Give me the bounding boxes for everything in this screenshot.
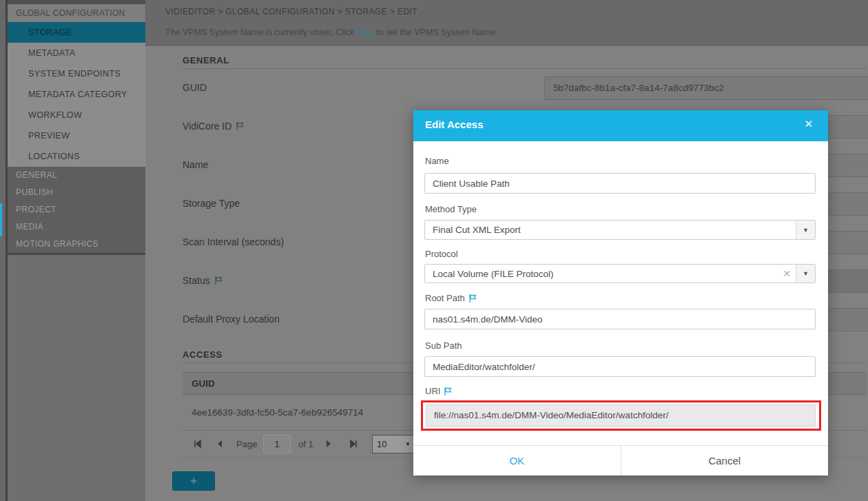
flag-icon — [235, 121, 245, 131]
clear-icon[interactable]: ✕ — [778, 268, 796, 279]
access-guid-column-header: GUID — [192, 378, 215, 389]
last-page-icon[interactable] — [349, 440, 358, 448]
left-accent-stripe — [0, 203, 2, 236]
flag-icon — [214, 276, 223, 285]
status-label: Status — [183, 275, 223, 286]
root-path-input[interactable] — [424, 309, 816, 329]
sidebar-item-media[interactable]: MEDIA — [8, 218, 145, 236]
uri-readonly-field: file://nas01.s4m.de/DMM-Video/MediaEdito… — [426, 405, 816, 427]
default-proxy-location-label: Default Proxy Location — [183, 314, 280, 325]
guid-label: GUID — [183, 82, 207, 93]
sidebar-item-general[interactable]: GENERAL — [8, 167, 145, 184]
page-size-value: 10 — [377, 436, 386, 453]
vpms-notice: The VPMS System Name is currently unset.… — [165, 28, 497, 37]
sidebar-item-workflow[interactable]: WORKFLOW — [8, 105, 145, 125]
previous-page-icon[interactable] — [216, 440, 224, 448]
uri-label: URI — [425, 386, 453, 396]
page-count-label: of 1 — [298, 439, 313, 449]
add-access-button[interactable]: + — [172, 471, 215, 491]
sidebar: GLOBAL CONFIGURATION STORAGE METADATA SY… — [8, 0, 145, 501]
general-section-divider — [183, 68, 867, 69]
dialog-footer: OK Cancel — [413, 445, 828, 476]
dialog-title: Edit Access — [425, 119, 484, 130]
guid-field: 5b7dafbc-8b1a-cfa7-8a14-7a8cd9773bc2 — [544, 76, 868, 100]
flag-icon — [468, 294, 477, 303]
chevron-down-icon[interactable]: ▼ — [796, 265, 815, 283]
dialog-name-label: Name — [425, 156, 449, 166]
sidebar-item-storage[interactable]: STORAGE — [8, 22, 145, 43]
breadcrumb: VIDIEDITOR > GLOBAL CONFIGURATION > STOR… — [165, 7, 417, 17]
edit-access-dialog: Edit Access ✕ Name Method Type Final Cut… — [413, 110, 828, 476]
storage-type-label: Storage Type — [183, 198, 240, 209]
dialog-name-input[interactable] — [424, 173, 816, 194]
root-path-label: Root Path — [425, 293, 477, 303]
sidebar-section-group: GENERAL PUBLISH PROJECT MEDIA MOTION GRA… — [8, 167, 145, 255]
notice-text-post: to set the VPMS System Name. — [374, 28, 497, 37]
notice-here-link[interactable]: here — [357, 28, 374, 37]
chevron-down-icon: ▼ — [405, 436, 411, 453]
sidebar-item-system-endpoints[interactable]: SYSTEM ENDPOINTS — [8, 63, 145, 84]
page-number-input[interactable] — [263, 435, 291, 453]
general-section-heading: GENERAL — [183, 55, 229, 65]
sidebar-item-locations[interactable]: LOCATIONS — [8, 146, 145, 167]
vidicore-id-label: VidiCore ID — [183, 121, 245, 132]
first-page-icon[interactable] — [194, 440, 202, 448]
method-type-select[interactable]: Final Cut XML Export ▼ — [424, 220, 816, 240]
sidebar-header: GLOBAL CONFIGURATION — [8, 4, 145, 22]
sidebar-item-motion-graphics[interactable]: MOTION GRAPHICS — [8, 236, 145, 253]
next-page-icon[interactable] — [324, 440, 333, 448]
method-type-value: Final Cut XML Export — [425, 225, 796, 235]
sidebar-config-group: STORAGE METADATA SYSTEM ENDPOINTS METADA… — [8, 22, 145, 167]
sidebar-item-preview[interactable]: PREVIEW — [8, 125, 145, 146]
ok-button[interactable]: OK — [413, 446, 621, 476]
protocol-select[interactable]: Local Volume (FILE Protocol) ✕ ▼ — [424, 264, 816, 283]
protocol-label: Protocol — [425, 249, 458, 259]
sidebar-item-project[interactable]: PROJECT — [8, 201, 145, 218]
protocol-value: Local Volume (FILE Protocol) — [425, 269, 778, 279]
chevron-down-icon[interactable]: ▼ — [796, 221, 815, 239]
notice-text-pre: The VPMS System Name is currently unset.… — [165, 28, 357, 37]
scan-interval-label: Scan Interval (seconds) — [183, 236, 284, 247]
sidebar-item-metadata[interactable]: METADATA — [8, 43, 145, 63]
left-page-edge — [0, 0, 6, 501]
access-row-guid: 4ee16639-3dfd-fc50-5ca7-6eb926549714 — [192, 407, 363, 418]
sidebar-item-metadata-category[interactable]: METADATA CATEGORY — [8, 84, 145, 105]
sub-path-input[interactable] — [424, 356, 816, 377]
name-label: Name — [183, 159, 208, 170]
sub-path-label: Sub Path — [425, 340, 462, 351]
page-size-select[interactable]: 10 ▼ — [372, 435, 415, 453]
cancel-button[interactable]: Cancel — [621, 446, 829, 476]
page-label: Page — [236, 439, 257, 449]
dialog-header: Edit Access ✕ — [413, 110, 828, 141]
access-section-heading: ACCESS — [183, 349, 223, 360]
sidebar-item-publish[interactable]: PUBLISH — [8, 184, 145, 201]
top-bar: VIDIEDITOR > GLOBAL CONFIGURATION > STOR… — [145, 0, 868, 45]
method-type-label: Method Type — [425, 204, 477, 214]
flag-icon — [443, 387, 453, 396]
close-icon[interactable]: ✕ — [804, 118, 813, 130]
